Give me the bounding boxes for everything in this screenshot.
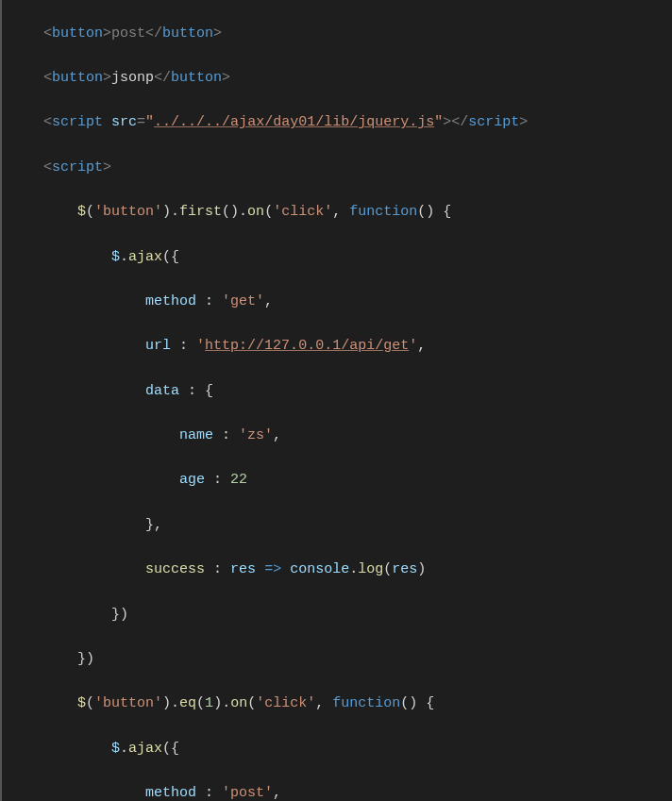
code-line: method : 'post', bbox=[2, 782, 672, 801]
code-line: age : 22 bbox=[2, 469, 672, 492]
code-line: }) bbox=[2, 648, 672, 671]
code-line: url : 'http://127.0.0.1/api/get', bbox=[2, 335, 672, 358]
code-editor[interactable]: <button>post</button> <button>jsonp</but… bbox=[0, 0, 672, 801]
code-line: <button>post</button> bbox=[2, 23, 672, 45]
code-line: $('button').first().on('click', function… bbox=[2, 201, 672, 224]
code-line: }) bbox=[2, 604, 672, 626]
code-line: name : 'zs', bbox=[2, 425, 672, 447]
code-line: $.ajax({ bbox=[2, 738, 672, 760]
code-line: method : 'get', bbox=[2, 291, 672, 313]
code-line: $('button').eq(1).on('click', function()… bbox=[2, 693, 672, 715]
code-line: $.ajax({ bbox=[2, 246, 672, 269]
code-line: }, bbox=[2, 514, 672, 537]
code-line: success : res => console.log(res) bbox=[2, 559, 672, 581]
code-line: <script> bbox=[2, 157, 672, 179]
code-line: data : { bbox=[2, 380, 672, 403]
code-line: <script src="../../../ajax/day01/lib/jqu… bbox=[2, 111, 672, 134]
code-line: <button>jsonp</button> bbox=[2, 67, 672, 90]
